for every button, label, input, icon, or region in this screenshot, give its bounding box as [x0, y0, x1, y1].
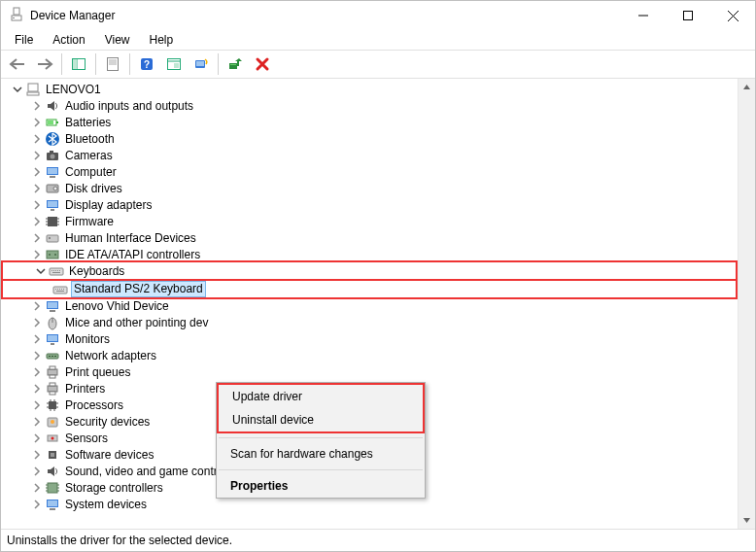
window-title: Device Manager: [30, 9, 115, 22]
svg-rect-57: [59, 270, 60, 271]
menu-help[interactable]: Help: [142, 31, 182, 49]
tree-item[interactable]: Keyboards: [34, 262, 734, 279]
svg-rect-79: [50, 366, 55, 369]
expand-icon[interactable]: [30, 316, 44, 329]
expand-icon[interactable]: [30, 165, 44, 179]
expand-icon[interactable]: [30, 448, 44, 462]
tree-item-child[interactable]: Standard PS/2 Keyboard: [52, 281, 734, 297]
back-button[interactable]: [5, 53, 30, 75]
device-category-icon: [45, 131, 60, 147]
svg-rect-98: [51, 453, 54, 457]
tree-item[interactable]: Cameras: [30, 147, 738, 163]
help-icon[interactable]: ?: [134, 53, 159, 75]
ctx-uninstall-device[interactable]: Uninstall device: [219, 408, 423, 431]
expand-icon[interactable]: [30, 299, 44, 313]
show-hide-tree-icon[interactable]: [66, 53, 91, 75]
expand-icon[interactable]: [30, 182, 44, 195]
svg-rect-80: [50, 375, 55, 378]
svg-rect-82: [50, 383, 55, 386]
tree-root[interactable]: LENOVO1: [11, 81, 738, 97]
expand-icon[interactable]: [30, 365, 44, 379]
menu-file[interactable]: File: [7, 31, 41, 49]
expand-icon[interactable]: [30, 465, 44, 478]
tree-item[interactable]: Print queues: [30, 363, 738, 380]
svg-rect-108: [50, 508, 55, 510]
app-icon: [9, 7, 24, 25]
ctx-update-driver[interactable]: Update driver: [219, 385, 423, 408]
svg-rect-72: [48, 335, 57, 341]
svg-point-96: [52, 436, 54, 439]
expand-icon[interactable]: [30, 149, 44, 162]
minimize-button[interactable]: [621, 1, 666, 30]
toolbar: ?: [1, 50, 755, 79]
tree-item[interactable]: Bluetooth: [30, 130, 738, 147]
update-driver-icon[interactable]: [223, 53, 248, 75]
tree-item[interactable]: Batteries: [30, 114, 738, 130]
svg-rect-60: [55, 289, 56, 290]
expand-icon[interactable]: [30, 99, 44, 113]
action-icon[interactable]: [161, 53, 187, 75]
properties-icon[interactable]: [100, 53, 125, 75]
tree-item[interactable]: Lenovo Vhid Device: [30, 297, 738, 314]
svg-rect-2: [13, 17, 15, 18]
ctx-properties[interactable]: Properties: [217, 474, 425, 498]
maximize-button[interactable]: [666, 1, 710, 30]
expand-icon[interactable]: [30, 398, 44, 412]
tree-item-label: Keyboards: [67, 264, 126, 278]
tree-item[interactable]: Network adapters: [30, 347, 738, 363]
expand-icon[interactable]: [30, 415, 44, 429]
expand-icon[interactable]: [30, 215, 44, 228]
expand-icon[interactable]: [30, 198, 44, 212]
tree-item[interactable]: Computer: [30, 163, 738, 180]
expand-icon[interactable]: [30, 332, 44, 346]
tree-item-label: Print queues: [63, 365, 132, 379]
svg-rect-27: [48, 121, 53, 124]
tree-item[interactable]: Mice and other pointing dev: [30, 314, 738, 330]
tree-item[interactable]: Audio inputs and outputs: [30, 97, 738, 114]
collapse-icon[interactable]: [34, 264, 48, 278]
device-category-icon: [45, 348, 60, 363]
svg-rect-52: [50, 268, 63, 275]
expand-icon[interactable]: [30, 498, 44, 511]
uninstall-device-icon[interactable]: [250, 53, 275, 75]
svg-rect-33: [48, 168, 57, 174]
expand-icon[interactable]: [30, 132, 44, 146]
tree-item[interactable]: Human Interface Devices: [30, 229, 738, 246]
tree-item[interactable]: Firmware: [30, 213, 738, 229]
svg-rect-58: [52, 272, 60, 273]
svg-rect-99: [48, 483, 57, 493]
forward-button[interactable]: [32, 53, 57, 75]
svg-rect-24: [27, 92, 39, 95]
keyboard-icon: [52, 282, 68, 297]
expand-icon[interactable]: [30, 481, 44, 495]
vertical-scrollbar[interactable]: [738, 79, 755, 529]
expand-icon[interactable]: [30, 349, 44, 362]
menu-view[interactable]: View: [97, 31, 138, 49]
svg-rect-81: [48, 386, 57, 392]
tree-item-label: Firmware: [63, 215, 116, 228]
svg-text:?: ?: [144, 59, 150, 70]
expand-icon[interactable]: [30, 231, 44, 245]
ctx-separator: [219, 437, 423, 438]
tree-item[interactable]: Monitors: [30, 330, 738, 347]
scroll-down-icon[interactable]: [739, 512, 755, 529]
svg-rect-47: [47, 235, 58, 242]
close-button[interactable]: [710, 1, 755, 30]
expand-icon[interactable]: [30, 116, 44, 129]
status-bar: Uninstalls the driver for the selected d…: [1, 530, 755, 551]
scan-hardware-icon[interactable]: [189, 53, 214, 75]
tree-item-label: Storage controllers: [63, 481, 165, 495]
svg-rect-56: [57, 270, 58, 271]
device-category-icon: [45, 298, 60, 314]
ctx-scan-hardware[interactable]: Scan for hardware changes: [217, 442, 425, 466]
scroll-up-icon[interactable]: [739, 79, 755, 95]
tree-item-label: Computer: [63, 165, 119, 179]
svg-rect-78: [48, 369, 57, 375]
tree-item[interactable]: Disk drives: [30, 180, 738, 196]
tree-item[interactable]: Display adapters: [30, 196, 738, 213]
expand-icon[interactable]: [30, 431, 44, 445]
menu-action[interactable]: Action: [45, 31, 92, 49]
collapse-icon[interactable]: [11, 83, 24, 96]
expand-icon[interactable]: [30, 248, 44, 261]
expand-icon[interactable]: [30, 382, 44, 396]
